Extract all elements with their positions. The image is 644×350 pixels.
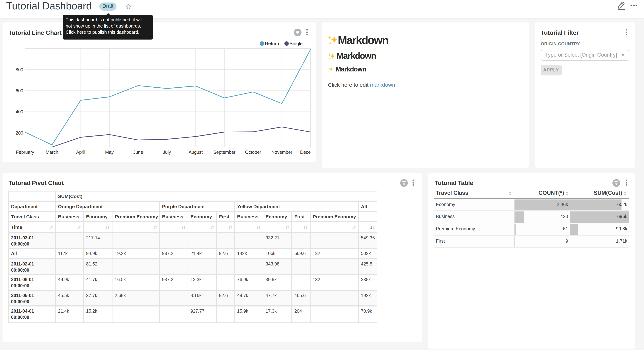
svg-text:April: April bbox=[76, 150, 85, 155]
svg-text:800: 800 bbox=[16, 67, 23, 72]
svg-text:July: July bbox=[163, 150, 171, 155]
svg-text:May: May bbox=[105, 150, 114, 155]
svg-text:August: August bbox=[188, 150, 203, 155]
svg-text:400: 400 bbox=[16, 109, 23, 114]
svg-text:Return: Return bbox=[265, 41, 279, 46]
svg-text:November: November bbox=[272, 150, 292, 155]
svg-text:March: March bbox=[46, 150, 58, 155]
svg-text:600: 600 bbox=[16, 88, 23, 93]
svg-text:June: June bbox=[133, 150, 143, 155]
svg-text:October: October bbox=[245, 150, 261, 155]
svg-text:February: February bbox=[16, 150, 34, 155]
svg-text:200: 200 bbox=[16, 130, 23, 136]
svg-text:Single: Single bbox=[290, 41, 302, 46]
svg-text:December: December bbox=[300, 150, 316, 155]
svg-text:September: September bbox=[213, 150, 236, 155]
